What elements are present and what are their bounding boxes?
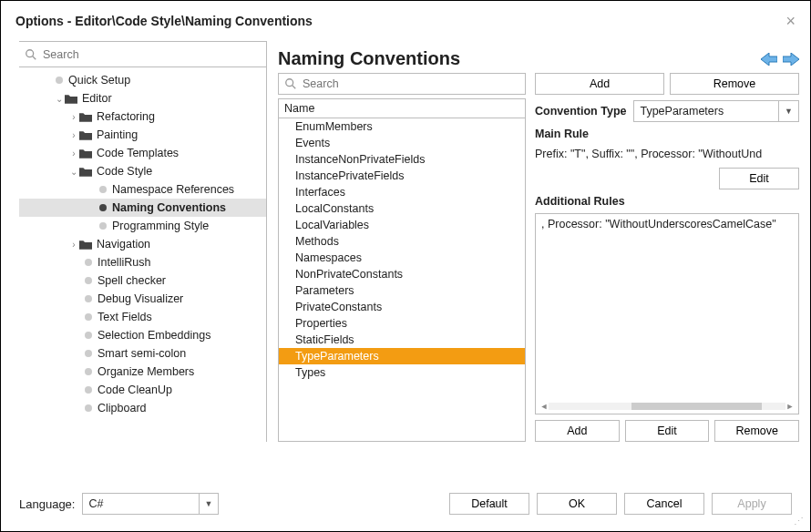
expand-icon[interactable]: ⌄ — [54, 94, 65, 104]
bullet-icon — [85, 350, 92, 357]
edit-main-rule-button[interactable]: Edit — [719, 168, 799, 189]
expand-icon[interactable]: › — [68, 112, 79, 122]
name-item[interactable]: Interfaces — [279, 184, 525, 200]
sidebar-item-code-style[interactable]: ⌄Code Style — [19, 162, 266, 180]
sidebar-item-label: IntelliRush — [98, 256, 150, 269]
name-item[interactable]: InstancePrivateFields — [279, 168, 525, 184]
names-search[interactable] — [278, 73, 526, 95]
sidebar-item-label: Code Templates — [97, 147, 179, 159]
convention-type-label: Convention Type — [535, 105, 626, 118]
sidebar-item-intellirush[interactable]: IntelliRush — [19, 253, 266, 271]
default-button[interactable]: Default — [449, 493, 529, 515]
name-item[interactable]: NonPrivateConstants — [279, 266, 525, 282]
expand-icon[interactable]: › — [68, 130, 79, 140]
language-value: C# — [88, 497, 103, 510]
names-header[interactable]: Name — [279, 99, 525, 118]
sidebar-item-label: Organize Members — [98, 365, 194, 378]
bullet-icon — [85, 295, 92, 302]
bullet-icon — [85, 368, 92, 375]
additional-edit-button[interactable]: Edit — [625, 420, 710, 442]
svg-line-1 — [33, 56, 36, 59]
ok-button[interactable]: OK — [537, 493, 617, 515]
additional-rules-box[interactable]: , Processor: "WithoutUnderscoresCamelCas… — [535, 213, 799, 414]
expand-icon[interactable]: ⌄ — [68, 167, 79, 177]
sidebar-item-refactoring[interactable]: ›Refactoring — [19, 107, 266, 126]
sidebar-item-spell-checker[interactable]: Spell checker — [19, 271, 266, 290]
name-item[interactable]: Events — [279, 135, 525, 151]
name-item[interactable]: Properties — [279, 315, 525, 332]
names-search-input[interactable] — [303, 77, 519, 90]
sidebar-item-code-templates[interactable]: ›Code Templates — [19, 144, 266, 162]
language-select[interactable]: C# ▼ — [82, 493, 219, 515]
nav-back-icon[interactable] — [761, 53, 777, 66]
sidebar: Quick Setup⌄Editor›Refactoring›Painting›… — [19, 41, 267, 442]
sidebar-item-painting[interactable]: ›Painting — [19, 126, 266, 144]
nav-forward-icon[interactable] — [783, 53, 799, 66]
remove-button[interactable]: Remove — [670, 73, 799, 95]
bullet-icon — [56, 77, 63, 84]
scroll-thumb[interactable] — [631, 403, 762, 410]
sidebar-item-label: Quick Setup — [68, 74, 130, 87]
sidebar-item-text-fields[interactable]: Text Fields — [19, 308, 266, 326]
sidebar-item-quick-setup[interactable]: Quick Setup — [19, 71, 266, 89]
sidebar-item-label: Clipboard — [98, 402, 147, 414]
name-item[interactable]: TypeParameters — [279, 348, 525, 364]
name-item[interactable]: Namespaces — [279, 250, 525, 266]
sidebar-search-input[interactable] — [43, 48, 261, 61]
close-icon[interactable]: × — [785, 12, 796, 31]
sidebar-item-label: Spell checker — [98, 274, 166, 287]
sidebar-item-label: Code Style — [97, 165, 152, 178]
convention-type-value: TypeParameters — [640, 105, 724, 118]
sidebar-item-debug-visualizer[interactable]: Debug Visualizer — [19, 290, 266, 308]
bullet-icon — [85, 386, 92, 394]
sidebar-item-selection-embeddings[interactable]: Selection Embeddings — [19, 326, 266, 344]
main-rule-label: Main Rule — [535, 128, 799, 140]
expand-icon[interactable]: › — [68, 148, 79, 159]
apply-button[interactable]: Apply — [712, 493, 792, 515]
sidebar-item-label: Namespace References — [112, 183, 234, 196]
additional-add-button[interactable]: Add — [535, 420, 620, 442]
sidebar-item-label: Refactoring — [97, 110, 155, 123]
bullet-icon — [99, 186, 107, 193]
name-item[interactable]: LocalVariables — [279, 217, 525, 233]
sidebar-item-code-cleanup[interactable]: Code CleanUp — [19, 381, 266, 399]
add-button[interactable]: Add — [535, 73, 664, 95]
resize-grip-icon[interactable]: ⋰ — [794, 516, 805, 527]
sidebar-search[interactable] — [19, 42, 266, 67]
sidebar-item-programming-style[interactable]: Programming Style — [19, 217, 266, 235]
scroll-right-icon[interactable]: ► — [785, 402, 795, 411]
name-item[interactable]: PrivateConstants — [279, 299, 525, 315]
name-item[interactable]: EnumMembers — [279, 118, 525, 135]
sidebar-item-navigation[interactable]: ›Navigation — [19, 235, 266, 253]
chevron-down-icon: ▼ — [778, 101, 793, 121]
sidebar-item-label: Selection Embeddings — [98, 329, 210, 342]
window-title: Options - Editor\Code Style\Naming Conve… — [15, 14, 313, 28]
convention-type-select[interactable]: TypeParameters ▼ — [633, 100, 799, 122]
name-item[interactable]: Parameters — [279, 282, 525, 299]
cancel-button[interactable]: Cancel — [624, 493, 704, 515]
name-item[interactable]: Types — [279, 364, 525, 381]
additional-remove-button[interactable]: Remove — [714, 420, 799, 442]
sidebar-item-namespace-references[interactable]: Namespace References — [19, 180, 266, 199]
additional-rules-label: Additional Rules — [535, 195, 799, 208]
bullet-icon — [85, 277, 92, 284]
name-item[interactable]: StaticFields — [279, 332, 525, 348]
sidebar-item-label: Navigation — [97, 238, 150, 251]
sidebar-item-clipboard[interactable]: Clipboard — [19, 399, 266, 417]
sidebar-item-organize-members[interactable]: Organize Members — [19, 363, 266, 381]
horizontal-scrollbar[interactable]: ◄ ► — [539, 401, 795, 412]
sidebar-item-editor[interactable]: ⌄Editor — [19, 89, 266, 107]
expand-icon[interactable]: › — [68, 240, 79, 250]
main-panel: Naming Conventions Name EnumMembersEvent… — [267, 41, 810, 442]
name-item[interactable]: LocalConstants — [279, 200, 525, 217]
sidebar-item-label: Code CleanUp — [98, 384, 172, 396]
page-title: Naming Conventions — [278, 48, 460, 69]
name-item[interactable]: InstanceNonPrivateFields — [279, 151, 525, 168]
main-rule-text: Prefix: "T", Suffix: "", Processor: "Wit… — [535, 146, 799, 162]
language-label: Language: — [19, 497, 75, 511]
sidebar-item-smart-semi-colon[interactable]: Smart semi-colon — [19, 344, 266, 363]
name-item[interactable]: Methods — [279, 233, 525, 250]
sidebar-item-naming-conventions[interactable]: Naming Conventions — [19, 199, 266, 217]
bullet-icon — [99, 204, 107, 211]
scroll-left-icon[interactable]: ◄ — [539, 402, 549, 411]
